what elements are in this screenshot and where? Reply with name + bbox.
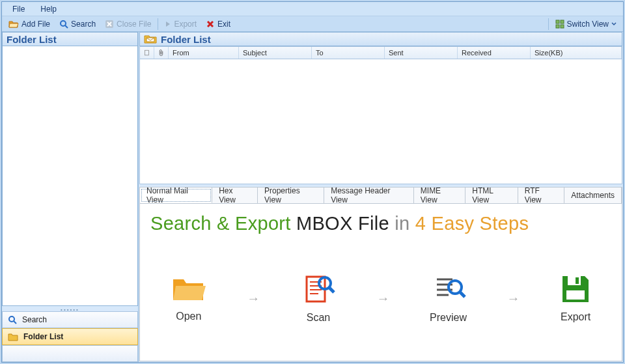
folder-tree[interactable] <box>2 46 138 306</box>
save-icon <box>560 273 591 305</box>
col-attachment[interactable] <box>154 47 169 59</box>
switch-view-button[interactable]: Switch View <box>551 19 620 29</box>
col-received[interactable]: Received <box>458 47 531 59</box>
tab-html[interactable]: HTML View <box>465 188 518 203</box>
promo-steps: Open → Scan → Preview → Expor <box>150 242 611 354</box>
promo-t3: in <box>395 213 410 234</box>
export-arrow-icon <box>165 20 171 28</box>
grid-icon <box>555 20 564 29</box>
svg-line-16 <box>329 287 334 292</box>
tab-hex[interactable]: Hex View <box>212 188 258 203</box>
search-icon <box>8 315 17 324</box>
col-from[interactable]: From <box>169 47 239 59</box>
promo-t1: Search & Export <box>150 213 291 234</box>
toolbar-separator <box>158 18 158 30</box>
tab-mime[interactable]: MIME View <box>414 188 466 203</box>
view-tabs: Normal Mail View Hex View Properties Vie… <box>139 187 622 204</box>
close-file-button: Close File <box>101 19 155 29</box>
tab-message-header[interactable]: Message Header View <box>324 188 414 203</box>
preview-icon <box>430 273 467 305</box>
svg-rect-3 <box>556 20 559 23</box>
grid-header: From Subject To Sent Received Size(KB) <box>139 46 622 59</box>
step-export-label: Export <box>561 311 590 323</box>
svg-point-0 <box>61 21 66 26</box>
step-preview-label: Preview <box>430 312 467 324</box>
close-icon <box>105 20 114 29</box>
content-header: Folder List <box>139 32 622 46</box>
svg-rect-24 <box>576 277 579 284</box>
step-preview: Preview <box>430 273 467 324</box>
svg-rect-9 <box>145 50 149 55</box>
paperclip-icon <box>158 48 164 57</box>
nav-folder-list[interactable]: Folder List <box>2 328 138 345</box>
scan-icon <box>300 273 337 305</box>
svg-rect-25 <box>566 290 585 300</box>
step-open: Open <box>171 274 207 322</box>
open-folder-icon <box>171 274 207 304</box>
tab-rtf[interactable]: RTF View <box>518 188 565 203</box>
promo-t4: 4 Easy Steps <box>415 213 529 234</box>
toolbar-right: Switch View <box>547 18 620 30</box>
mail-folder-icon <box>144 34 161 44</box>
svg-line-1 <box>65 25 68 28</box>
add-file-label: Add File <box>21 20 50 29</box>
svg-rect-5 <box>556 25 559 28</box>
nav-search[interactable]: Search <box>2 311 138 328</box>
exit-label: Exit <box>217 20 230 29</box>
col-sent[interactable]: Sent <box>385 47 458 59</box>
menu-file[interactable]: File <box>5 3 33 15</box>
svg-rect-4 <box>561 20 564 23</box>
promo-t2: MBOX File <box>296 213 389 234</box>
arrow-icon: → <box>507 291 520 306</box>
svg-line-22 <box>460 292 465 297</box>
toolbar-separator-2 <box>548 18 549 30</box>
menu-help[interactable]: Help <box>33 3 64 15</box>
toolbar: Add File Search Close File Export Exit <box>2 16 623 32</box>
step-open-label: Open <box>176 311 201 322</box>
toolbar-left: Add File Search Close File Export Exit <box>5 18 234 30</box>
step-scan-label: Scan <box>307 312 330 324</box>
menu-bar: File Help <box>2 2 623 16</box>
col-to[interactable]: To <box>312 47 385 59</box>
search-icon <box>59 20 68 29</box>
add-file-button[interactable]: Add File <box>5 19 54 29</box>
tab-normal[interactable]: Normal Mail View <box>140 188 212 203</box>
sidebar: Folder List •••••• Search Folder List <box>2 32 139 362</box>
close-file-label: Close File <box>117 20 151 29</box>
tab-properties[interactable]: Properties View <box>258 188 324 203</box>
arrow-icon: → <box>377 291 390 306</box>
switch-view-label: Switch View <box>567 20 609 29</box>
sidebar-header: Folder List <box>2 32 138 46</box>
tab-attachments[interactable]: Attachments <box>564 188 622 203</box>
col-flag[interactable] <box>140 47 154 59</box>
flag-icon <box>144 49 150 57</box>
col-subject[interactable]: Subject <box>239 47 312 59</box>
step-scan: Scan <box>300 273 337 324</box>
exit-icon <box>206 20 215 29</box>
main-area: Folder List •••••• Search Folder List Fo… <box>2 32 623 362</box>
export-label: Export <box>174 20 197 29</box>
promo-title: Search & Export MBOX File in 4 Easy Step… <box>150 213 611 234</box>
content-header-label: Folder List <box>161 34 211 45</box>
svg-point-7 <box>9 316 14 322</box>
search-label: Search <box>71 20 96 29</box>
svg-rect-6 <box>561 25 564 28</box>
search-button[interactable]: Search <box>55 19 100 29</box>
svg-line-8 <box>14 321 16 324</box>
promo-panel: Search & Export MBOX File in 4 Easy Step… <box>139 204 622 361</box>
export-button: Export <box>161 19 201 29</box>
folder-icon <box>8 333 18 341</box>
nav-spacer <box>2 345 138 362</box>
dropdown-icon <box>611 22 617 26</box>
exit-button[interactable]: Exit <box>202 19 234 29</box>
grid-body[interactable] <box>139 59 622 184</box>
nav-folder-list-label: Folder List <box>23 332 63 341</box>
arrow-icon: → <box>247 291 260 306</box>
col-size[interactable]: Size(KB) <box>531 47 622 59</box>
content-area: Folder List From Subject To Sent Receive… <box>139 32 623 362</box>
app-window: File Help Add File Search Close File Exp… <box>1 1 624 363</box>
folder-open-icon <box>8 20 19 29</box>
step-export: Export <box>560 273 591 323</box>
nav-search-label: Search <box>22 315 47 324</box>
